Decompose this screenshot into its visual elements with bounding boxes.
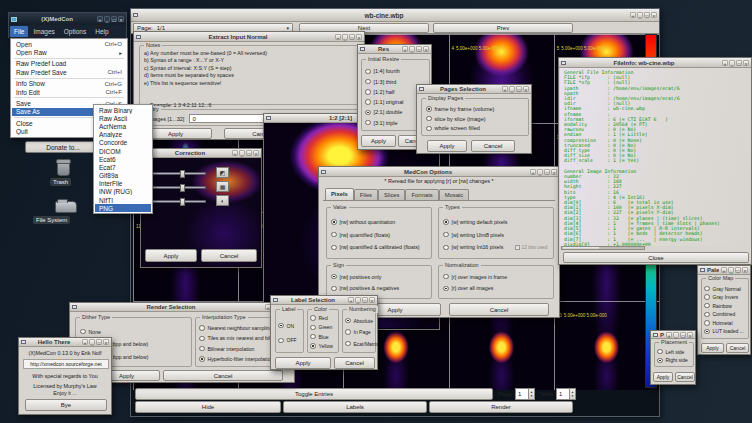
minimize-button[interactable]: _ bbox=[673, 332, 679, 338]
table-spinner[interactable]: 1 ▲▼ bbox=[556, 388, 576, 400]
pages-option[interactable]: slice by slice (image) bbox=[426, 116, 530, 122]
colormap-option[interactable]: Combined bbox=[704, 311, 750, 317]
color-option[interactable]: Green bbox=[310, 324, 340, 330]
shade-button[interactable]: + bbox=[348, 297, 354, 303]
submenu-item[interactable]: Ecat6 bbox=[95, 155, 151, 163]
spinner-arrows-icon[interactable]: ▲▼ bbox=[528, 389, 534, 399]
submenu-item[interactable]: NIfTI bbox=[95, 196, 151, 204]
menu-item[interactable]: Open Raw ▸ bbox=[12, 48, 126, 56]
apply-button[interactable]: Apply bbox=[145, 249, 197, 262]
placement-option[interactable]: Right side bbox=[657, 357, 695, 363]
label-option[interactable]: OFF bbox=[278, 337, 304, 343]
toggle-entries-button[interactable]: Toggle Entries bbox=[135, 388, 493, 400]
menubar-item[interactable]: Images bbox=[29, 26, 58, 37]
apply-button[interactable]: Apply bbox=[427, 140, 467, 152]
close-button[interactable]: × bbox=[743, 60, 749, 66]
dither-option[interactable]: None bbox=[80, 329, 192, 335]
menu-item[interactable]: Info Edit Ctrl+F ▸ bbox=[12, 88, 126, 96]
maximize-button[interactable]: □ bbox=[544, 169, 550, 175]
trash-label[interactable]: Trash bbox=[50, 178, 71, 186]
apply-button[interactable]: Apply bbox=[361, 135, 396, 147]
submenu-item[interactable]: Ecat7 bbox=[95, 163, 151, 171]
submenu-item[interactable]: InterFile bbox=[95, 180, 151, 188]
shade-button[interactable]: + bbox=[630, 12, 636, 18]
cancel-button[interactable]: Cancel bbox=[201, 249, 257, 262]
minimize-button[interactable]: _ bbox=[342, 34, 348, 40]
close-button[interactable]: × bbox=[118, 16, 124, 22]
contrast-slider[interactable] bbox=[148, 186, 206, 189]
submenu-item[interactable]: INW (RUG) bbox=[95, 188, 151, 196]
menu-item[interactable]: Open Ctrl+O ▸ bbox=[12, 40, 126, 48]
colormap-option[interactable]: LUT loaded ... bbox=[704, 328, 750, 334]
spinner-arrows-icon[interactable]: ▲▼ bbox=[569, 389, 575, 399]
numbering-option[interactable]: Ecat/Matrix bbox=[345, 341, 377, 347]
menubar-item[interactable]: Options bbox=[60, 26, 90, 37]
menu-item[interactable]: Raw Predef Save Ctrl+I ▸ bbox=[12, 68, 126, 76]
pages-titlebar[interactable]: Pages Selection+_□× bbox=[417, 85, 531, 94]
numbering-option[interactable]: Absolute bbox=[345, 318, 377, 324]
viewer-titlebar[interactable]: wb-cine.wbp+_□× bbox=[131, 9, 659, 22]
maximize-button[interactable]: □ bbox=[736, 60, 742, 66]
render-titlebar[interactable]: Render Selection+_□× bbox=[70, 303, 294, 312]
cancel-button[interactable]: Cancel bbox=[163, 370, 283, 381]
shade-button[interactable]: + bbox=[530, 169, 536, 175]
app-titlebar[interactable]: (X)MedCon + _ □ × bbox=[9, 13, 126, 25]
submenu-item[interactable]: PNG bbox=[95, 204, 151, 212]
close-button[interactable]: × bbox=[523, 86, 529, 92]
options-tab[interactable]: Formats bbox=[405, 189, 438, 200]
numbering-option[interactable]: In Page bbox=[345, 329, 377, 335]
hide-button[interactable]: Hide bbox=[135, 401, 281, 413]
pages-option[interactable]: whole screen filled bbox=[426, 125, 530, 131]
close-button[interactable]: × bbox=[356, 34, 362, 40]
maximize-button[interactable]: □ bbox=[349, 34, 355, 40]
placement-option[interactable]: Left side bbox=[657, 349, 695, 355]
colormap-option[interactable]: Gray Normal bbox=[704, 286, 750, 292]
close-button[interactable]: × bbox=[742, 267, 748, 273]
placement-titlebar[interactable]: Pl+_□× bbox=[651, 331, 695, 339]
sign-option[interactable]: [rw] positives & negatives bbox=[331, 285, 431, 291]
cancel-button[interactable]: Cancel bbox=[334, 357, 375, 369]
horizontal-scrollbar[interactable] bbox=[561, 246, 645, 250]
maximize-button[interactable]: □ bbox=[246, 150, 252, 156]
cancel-button[interactable]: Cancel bbox=[675, 372, 695, 382]
shade-button[interactable]: + bbox=[666, 332, 672, 338]
donate-button[interactable]: Donate to... bbox=[25, 141, 101, 153]
submenu-item[interactable]: AcrNema bbox=[95, 122, 151, 130]
minimize-button[interactable]: _ bbox=[89, 339, 95, 345]
menu-item[interactable]: Raw Predef Load ▸ bbox=[12, 60, 126, 68]
bye-button[interactable]: Bye bbox=[25, 399, 107, 411]
trash-icon[interactable] bbox=[57, 161, 70, 176]
norm-option[interactable]: [r] over images in frame bbox=[443, 274, 551, 280]
shade-button[interactable]: + bbox=[232, 150, 238, 156]
minimize-button[interactable]: _ bbox=[409, 46, 415, 52]
shade-button[interactable]: + bbox=[97, 16, 103, 22]
types-option[interactable]: [w] writing Uint8 pixels bbox=[443, 232, 551, 238]
close-button[interactable]: × bbox=[253, 150, 259, 156]
minimize-button[interactable]: _ bbox=[729, 60, 735, 66]
shade-button[interactable]: + bbox=[335, 34, 341, 40]
close-button[interactable]: Close bbox=[563, 252, 749, 263]
maximize-button[interactable]: □ bbox=[644, 12, 650, 18]
color-option[interactable]: Yellow bbox=[310, 343, 340, 349]
colormap-option[interactable]: Hotmetal bbox=[704, 320, 750, 326]
value-option[interactable]: [rw] without quantitation bbox=[331, 219, 431, 225]
labels-button[interactable]: Labels bbox=[283, 401, 427, 413]
minimize-button[interactable]: _ bbox=[537, 169, 543, 175]
menu-item[interactable]: Info Show Ctrl+G ▸ bbox=[12, 80, 126, 88]
apply-button[interactable]: Apply bbox=[275, 357, 331, 369]
minimize-button[interactable]: _ bbox=[509, 86, 515, 92]
menubar-item[interactable]: Help bbox=[91, 26, 112, 37]
close-button[interactable]: × bbox=[651, 12, 657, 18]
submenu-item[interactable]: DICOM bbox=[95, 147, 151, 155]
filesystem-icon[interactable] bbox=[55, 201, 77, 213]
prev-button[interactable]: Prev bbox=[433, 23, 573, 33]
resize-titlebar[interactable]: Res+_□× bbox=[358, 45, 431, 54]
fileinfo-titlebar[interactable]: FileInfo: wb-cine.wbp+_□× bbox=[559, 58, 751, 68]
bits-checkbox[interactable]: 12 bits used bbox=[515, 245, 547, 250]
palette-titlebar[interactable]: Pale ...+_□× bbox=[698, 266, 750, 275]
submenu-item[interactable]: Analyze bbox=[95, 131, 151, 139]
shade-button[interactable]: + bbox=[82, 339, 88, 345]
options-tab[interactable]: Files bbox=[354, 189, 378, 200]
value-option[interactable]: [rw] quantified & calibrated (floats) bbox=[331, 244, 431, 250]
maximize-button[interactable]: □ bbox=[680, 332, 686, 338]
